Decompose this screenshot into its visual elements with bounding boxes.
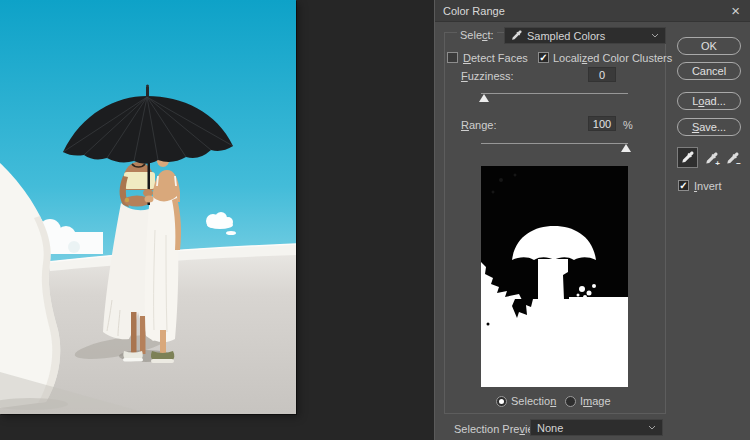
check-icon: ✓ [539, 53, 548, 62]
load-button[interactable]: Load... [677, 92, 741, 110]
eyedropper-icon [681, 151, 694, 164]
eyedropper-sample-button[interactable] [677, 147, 698, 168]
select-dropdown-value: Sampled Colors [527, 30, 605, 42]
range-slider-track[interactable] [481, 143, 628, 144]
check-icon: ✓ [679, 181, 688, 190]
selection-radio[interactable] [496, 396, 507, 407]
invert-label: Invert [694, 180, 722, 192]
chevron-down-icon [651, 33, 659, 38]
cancel-button[interactable]: Cancel [677, 62, 741, 80]
range-unit: % [623, 119, 633, 131]
range-label: Range: [461, 119, 496, 131]
fuzziness-label: Fuzziness: [461, 70, 514, 82]
color-range-dialog: Color Range × Select: Sampled Colors Det… [434, 0, 750, 440]
eyedropper-subtract-button[interactable]: − [724, 150, 740, 166]
dialog-title: Color Range [443, 5, 729, 17]
invert-checkbox[interactable]: ✓ [678, 180, 689, 191]
eyedropper-add-button[interactable]: + [703, 150, 719, 166]
fuzziness-value[interactable]: 0 [588, 67, 616, 82]
selection-preview-dropdown[interactable]: None [530, 419, 663, 436]
selection-preview-value: None [537, 422, 563, 434]
fuzziness-slider-track[interactable] [481, 93, 628, 94]
selection-mask-preview[interactable] [481, 166, 628, 387]
ok-button[interactable]: OK [677, 37, 741, 55]
save-button[interactable]: Save... [677, 118, 741, 136]
photo-illustration [0, 0, 296, 414]
selection-radio-label: Selection [511, 395, 556, 407]
detect-faces-label: Detect Faces [463, 52, 528, 64]
mask-image [481, 166, 628, 387]
localized-clusters-label: Localized Color Clusters [553, 52, 672, 64]
eyedropper-icon [511, 30, 522, 41]
minus-badge: − [736, 159, 741, 168]
range-value[interactable]: 100 [588, 116, 616, 131]
detect-faces-checkbox[interactable] [447, 52, 458, 63]
range-slider-thumb[interactable] [621, 144, 631, 152]
document-photo[interactable] [0, 0, 296, 414]
select-dropdown[interactable]: Sampled Colors [504, 27, 666, 44]
fuzziness-slider-thumb[interactable] [479, 94, 489, 102]
chevron-down-icon [648, 425, 656, 430]
dialog-titlebar[interactable]: Color Range × [435, 0, 750, 22]
image-radio[interactable] [565, 396, 576, 407]
localized-clusters-checkbox[interactable]: ✓ [538, 52, 549, 63]
plus-badge: + [715, 159, 720, 168]
select-label: Select: [457, 29, 497, 41]
close-icon[interactable]: × [729, 3, 742, 18]
image-radio-label: Image [580, 395, 611, 407]
